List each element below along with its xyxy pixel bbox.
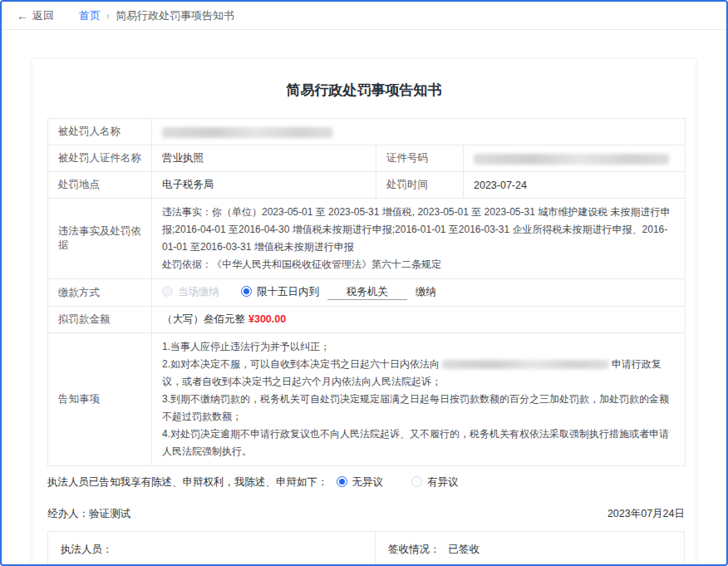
certificate-label: 被处罚人证件名称 bbox=[48, 145, 152, 172]
table-row-fine-amount: 拟罚款金额 （大写）叁佰元整¥300.00 bbox=[48, 307, 686, 333]
fine-amount-words: （大写）叁佰元整 bbox=[162, 313, 245, 325]
fine-amount-figure: ¥300.00 bbox=[248, 313, 286, 325]
certificate-value: 营业执照 bbox=[152, 145, 376, 172]
handler-label: 经办人： bbox=[47, 508, 89, 519]
notice-label: 告知事项 bbox=[48, 333, 152, 466]
facts-value: 违法事实：你（单位）2023-05-01 至 2023-05-31 增值税, 2… bbox=[152, 199, 686, 279]
breadcrumb-current: 简易行政处罚事项告知书 bbox=[116, 8, 234, 23]
back-button[interactable]: ← 返回 bbox=[17, 8, 54, 23]
radio-label-no-objection: 无异议 bbox=[352, 476, 384, 488]
statement-option-no-objection: 无异议 bbox=[337, 475, 384, 490]
radio-label-objection: 有异议 bbox=[427, 476, 459, 488]
top-bar: ← 返回 首页 › 简易行政处罚事项告知书 bbox=[2, 2, 726, 29]
redacted-value bbox=[474, 154, 669, 165]
table-row-notice-items: 告知事项 1.当事人应停止违法行为并予以纠正； 2.如对本决定不服，可以自收到本… bbox=[48, 333, 686, 466]
radio-label-pay-deadline-suffix: 缴纳 bbox=[416, 286, 436, 298]
table-row-facts: 违法事实及处罚依据 违法事实：你（单位）2023-05-01 至 2023-05… bbox=[48, 199, 686, 279]
signature-left-cell: 执法人员： 税务机关（印章）： 2023年07月24日 bbox=[48, 532, 376, 566]
statement-text: 执法人员已告知我享有陈述、申辩权利，我陈述、申辩如下： bbox=[47, 475, 328, 490]
breadcrumb-home-link[interactable]: 首页 bbox=[79, 8, 101, 23]
notice-line-2: 2.如对本决定不服，可以自收到本决定书之日起六十日内依法向 申请行政复议，或者自… bbox=[162, 356, 675, 391]
notice-value: 1.当事人应停止违法行为并予以纠正； 2.如对本决定不服，可以自收到本决定书之日… bbox=[152, 333, 686, 466]
table-row-payment-method: 缴款方式 当场缴纳限十五日内到税务机关缴纳 bbox=[48, 279, 686, 307]
penalty-form-table: 被处罚人名称 被处罚人证件名称 营业执照 证件号码 处罚地点 电子税务局 处罚时… bbox=[47, 118, 686, 466]
payment-method-label: 缴款方式 bbox=[48, 279, 152, 307]
officer-label: 执法人员： bbox=[61, 543, 362, 557]
notice-line-1: 1.当事人应停止违法行为并予以纠正； bbox=[162, 338, 675, 356]
page-title: 简易行政处罚事项告知书 bbox=[47, 81, 681, 100]
basis-text: 处罚依据：《中华人民共和国税收征收管理法》第六十二条规定 bbox=[162, 256, 675, 273]
radio-pay-within-15-days[interactable] bbox=[241, 286, 252, 297]
penalty-time-value: 2023-07-24 bbox=[464, 172, 686, 199]
certificate-no-value bbox=[464, 145, 686, 172]
topbar-divider bbox=[2, 29, 726, 30]
penalized-name-value bbox=[152, 119, 686, 145]
notice-line-2-prefix: 2.如对本决定不服，可以自收到本决定书之日起六十日内依法向 bbox=[162, 358, 440, 370]
signature-section: 执法人员： 税务机关（印章）： 2023年07月24日 签收情况：已签收 经办人… bbox=[47, 531, 685, 566]
radio-objection[interactable] bbox=[411, 476, 422, 487]
fine-amount-value: （大写）叁佰元整¥300.00 bbox=[152, 307, 686, 333]
penalty-place-label: 处罚地点 bbox=[48, 172, 152, 199]
notice-card: 简易行政处罚事项告知书 被处罚人名称 被处罚人证件名称 营业执照 证件号码 处罚… bbox=[32, 58, 696, 566]
handler-row: 经办人：验证测试 2023年07月24日 bbox=[47, 507, 685, 521]
redacted-value bbox=[442, 360, 608, 369]
fine-amount-label: 拟罚款金额 bbox=[48, 307, 152, 333]
radio-pay-onsite bbox=[162, 286, 173, 297]
payment-authority-blank: 税务机关 bbox=[327, 285, 407, 300]
handler-date: 2023年07月24日 bbox=[607, 507, 685, 521]
facts-label: 违法事实及处罚依据 bbox=[48, 199, 152, 279]
table-row-penalized-name: 被处罚人名称 bbox=[48, 119, 686, 145]
notice-line-3: 3.到期不缴纳罚款的，税务机关可自处罚决定规定届满之日起每日按罚款数额的百分之三… bbox=[162, 391, 675, 426]
penalty-place-value: 电子税务局 bbox=[152, 172, 376, 199]
notice-line-4: 4.对处罚决定逾期不申请行政复议也不向人民法院起诉、又不履行的，税务机关有权依法… bbox=[162, 426, 675, 460]
sign-status-row: 签收情况：已签收 bbox=[388, 543, 671, 557]
table-row-certificate: 被处罚人证件名称 营业执照 证件号码 bbox=[48, 145, 686, 172]
statement-row: 执法人员已告知我享有陈述、申辩权利，我陈述、申辩如下： 无异议 有异议 bbox=[47, 475, 685, 490]
fact-text: 违法事实：你（单位）2023-05-01 至 2023-05-31 增值税, 2… bbox=[162, 204, 675, 256]
table-row-penalty-place: 处罚地点 电子税务局 处罚时间 2023-07-24 bbox=[48, 172, 686, 199]
signature-right-cell: 签收情况：已签收 经办人： 2023年07月24日 bbox=[376, 532, 684, 566]
back-arrow-icon: ← bbox=[17, 9, 28, 22]
breadcrumb: 首页 › 简易行政处罚事项告知书 bbox=[79, 8, 234, 23]
breadcrumb-separator: › bbox=[106, 10, 110, 22]
radio-label-pay-deadline-prefix: 限十五日内到 bbox=[257, 286, 319, 298]
radio-label-pay-onsite: 当场缴纳 bbox=[178, 286, 219, 298]
penalty-time-label: 处罚时间 bbox=[376, 172, 464, 199]
payment-method-value: 当场缴纳限十五日内到税务机关缴纳 bbox=[152, 279, 686, 307]
redacted-value bbox=[162, 127, 332, 138]
back-label: 返回 bbox=[32, 8, 54, 23]
radio-no-objection[interactable] bbox=[337, 476, 347, 487]
sign-status-value: 已签收 bbox=[449, 544, 480, 555]
statement-option-objection: 有异议 bbox=[411, 475, 459, 490]
sign-status-label: 签收情况： bbox=[388, 544, 440, 555]
handler-info: 经办人：验证测试 bbox=[47, 507, 130, 521]
penalized-name-label: 被处罚人名称 bbox=[48, 119, 152, 145]
handler-value: 验证测试 bbox=[89, 508, 130, 519]
certificate-no-label: 证件号码 bbox=[376, 145, 464, 172]
